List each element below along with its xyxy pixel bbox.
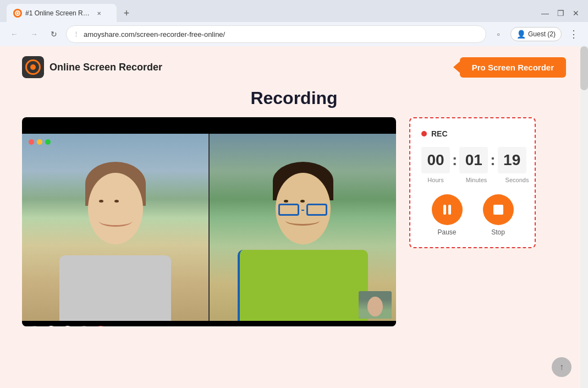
pause-label: Pause bbox=[437, 228, 456, 236]
menu-icon: ⋮ bbox=[569, 28, 579, 40]
tab-close-button[interactable]: ✕ bbox=[95, 9, 103, 18]
face-right bbox=[276, 173, 331, 244]
video-split bbox=[22, 134, 396, 321]
browser-chrome: #1 Online Screen Recor... ✕ + — ❐ ✕ ← → … bbox=[0, 0, 588, 46]
rec-label: REC bbox=[431, 129, 448, 138]
scrollbar[interactable] bbox=[580, 46, 588, 388]
rec-indicator: REC bbox=[421, 129, 524, 138]
logo-icon bbox=[22, 56, 44, 78]
address-bar[interactable]: ⋮ amoyshare.com/screen-recorder-free-onl… bbox=[66, 25, 486, 43]
logo-area: Online Screen Recorder bbox=[22, 56, 162, 78]
profile-button[interactable]: 👤 Guest (2) bbox=[510, 27, 562, 41]
colon-1: : bbox=[452, 151, 457, 169]
new-tab-button[interactable]: + bbox=[119, 6, 134, 21]
pause-icon bbox=[443, 205, 451, 215]
pause-button[interactable] bbox=[432, 194, 463, 225]
rec-controls: Pause Stop bbox=[421, 194, 524, 236]
pause-bar-right bbox=[448, 205, 451, 215]
logo-dot bbox=[30, 64, 36, 70]
stop-group: Stop bbox=[483, 194, 514, 236]
close-button[interactable]: ✕ bbox=[570, 8, 581, 19]
side-panel-button[interactable]: ▫ bbox=[491, 26, 506, 42]
glass-left bbox=[278, 204, 299, 216]
maximize-button[interactable]: ❐ bbox=[555, 8, 566, 19]
timer-labels: Hours Minutes Seconds bbox=[421, 177, 524, 183]
back-icon: ← bbox=[10, 30, 18, 39]
rec-panel: REC 00 : 01 : 19 Hours Minutes Seconds bbox=[409, 117, 536, 248]
profile-label: Guest (2) bbox=[528, 30, 556, 38]
pause-group: Pause bbox=[432, 194, 463, 236]
page-content: Online Screen Recorder Pro Screen Record… bbox=[0, 46, 588, 388]
window-controls: — ❐ ✕ bbox=[540, 8, 581, 19]
forward-button[interactable]: → bbox=[26, 26, 42, 42]
traffic-lights bbox=[29, 139, 51, 145]
stop-button[interactable] bbox=[483, 194, 514, 225]
camera-button[interactable]: ○ bbox=[62, 326, 74, 326]
profile-icon: 👤 bbox=[516, 30, 526, 39]
site-header: Online Screen Recorder Pro Screen Record… bbox=[0, 46, 588, 88]
forward-icon: → bbox=[30, 30, 38, 39]
traffic-light-red bbox=[29, 139, 34, 145]
stop-label: Stop bbox=[491, 228, 505, 236]
minimize-button[interactable]: — bbox=[540, 8, 551, 19]
tab-favicon bbox=[13, 9, 22, 18]
nav-bar: ← → ↻ ⋮ amoyshare.com/screen-recorder-fr… bbox=[0, 22, 588, 46]
face-left bbox=[88, 173, 143, 244]
rec-dot bbox=[421, 131, 427, 136]
refresh-icon: ↻ bbox=[51, 30, 57, 39]
grid-view-button[interactable]: ⊞ bbox=[29, 326, 41, 326]
recording-area: ⊞ ● ○ ▢ ✕ REC 00 : 01 : 19 bbox=[0, 117, 588, 326]
pro-screen-recorder-button[interactable]: Pro Screen Recorder bbox=[460, 57, 566, 78]
scrollbar-thumb[interactable] bbox=[580, 46, 588, 90]
timer-hours: 00 bbox=[421, 147, 450, 173]
traffic-light-yellow bbox=[37, 139, 42, 145]
screen-share-button[interactable]: ▢ bbox=[78, 326, 90, 326]
glass-bridge bbox=[301, 210, 305, 211]
browser-menu-button[interactable]: ⋮ bbox=[566, 26, 581, 42]
timer-display: 00 : 01 : 19 bbox=[421, 147, 524, 173]
stop-icon bbox=[493, 205, 503, 215]
colon-2: : bbox=[490, 151, 495, 169]
side-panel-icon: ▫ bbox=[497, 30, 500, 39]
active-tab[interactable]: #1 Online Screen Recor... ✕ bbox=[7, 4, 117, 23]
video-bottom-bar: ⊞ ● ○ ▢ ✕ bbox=[22, 321, 396, 326]
end-call-button[interactable]: ✕ bbox=[95, 326, 107, 326]
video-inset bbox=[359, 291, 392, 319]
mic-button[interactable]: ● bbox=[45, 326, 57, 326]
scroll-up-button[interactable]: ↑ bbox=[552, 357, 571, 377]
refresh-button[interactable]: ↻ bbox=[46, 26, 62, 42]
site-title: Online Screen Recorder bbox=[50, 62, 162, 73]
traffic-light-green bbox=[45, 139, 51, 145]
person-left-bg bbox=[22, 134, 208, 321]
title-bar: #1 Online Screen Recor... ✕ + — ❐ ✕ bbox=[0, 0, 588, 22]
video-left bbox=[22, 134, 208, 321]
page-title: Recording bbox=[0, 88, 588, 108]
hours-label: Hours bbox=[421, 177, 450, 183]
glass-right bbox=[306, 204, 327, 216]
seconds-label: Seconds bbox=[503, 177, 531, 183]
glasses bbox=[278, 204, 328, 217]
back-button[interactable]: ← bbox=[7, 26, 22, 42]
tab-bar: #1 Online Screen Recor... ✕ + bbox=[7, 4, 134, 23]
logo-ring bbox=[25, 59, 41, 75]
video-inner: ⊞ ● ○ ▢ ✕ bbox=[22, 134, 396, 326]
timer-seconds: 19 bbox=[498, 147, 526, 173]
address-bar-security-icon: ⋮ bbox=[73, 31, 79, 38]
minutes-label: Minutes bbox=[462, 177, 491, 183]
timer-minutes: 01 bbox=[459, 147, 488, 173]
video-container: ⊞ ● ○ ▢ ✕ bbox=[22, 117, 396, 326]
pause-bar-left bbox=[443, 205, 446, 215]
url-text: amoyshare.com/screen-recorder-free-onlin… bbox=[84, 30, 479, 39]
tab-title: #1 Online Screen Recor... bbox=[25, 9, 91, 17]
